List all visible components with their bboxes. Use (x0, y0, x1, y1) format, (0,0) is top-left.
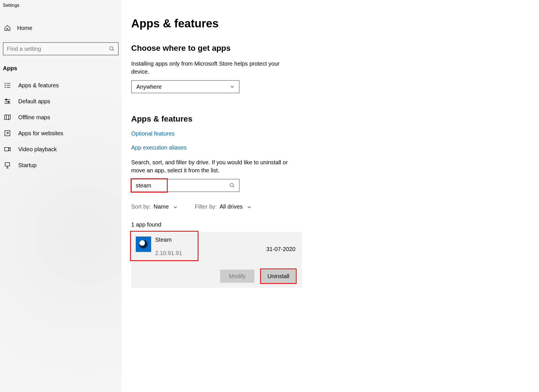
home-nav[interactable]: Home (0, 22, 121, 34)
sidebar-section: Apps (0, 55, 121, 77)
sort-by-dropdown[interactable]: Sort by: Name (131, 203, 178, 210)
app-list-item[interactable]: Steam 2.10.91.91 31-07-2020 Modify Unins… (131, 232, 302, 288)
optional-features-link[interactable]: Optional features (131, 130, 298, 137)
page-title: Apps & features (131, 17, 298, 30)
modify-label: Modify (229, 273, 246, 280)
choose-desc: Installing apps only from Microsoft Stor… (131, 60, 298, 76)
list-icon (4, 82, 11, 89)
app-name: Steam (155, 237, 266, 243)
sort-label: Sort by: (131, 203, 151, 210)
uninstall-label: Uninstall (268, 273, 289, 280)
svg-line-21 (233, 186, 234, 187)
sidebar-item-label: Apps for websites (18, 130, 63, 137)
app-install-date: 31-07-2020 (266, 246, 295, 252)
svg-rect-16 (5, 147, 9, 151)
chevron-down-icon (247, 205, 252, 209)
sidebar-item-video-playback[interactable]: Video playback (0, 141, 121, 157)
app-search-value: steam (136, 182, 229, 189)
sidebar-item-startup[interactable]: Startup (0, 157, 121, 173)
sidebar-item-default-apps[interactable]: Default apps (0, 93, 121, 109)
search-icon (229, 183, 235, 188)
filter-label: Filter by: (195, 203, 217, 210)
sort-value: Name (153, 203, 169, 210)
app-count: 1 app found (131, 221, 298, 228)
steam-icon (136, 237, 151, 252)
sidebar-item-label: Default apps (18, 98, 50, 105)
svg-point-4 (5, 85, 5, 86)
open-icon (4, 130, 11, 137)
svg-point-6 (5, 87, 5, 88)
sidebar-item-apps-websites[interactable]: Apps for websites (0, 125, 121, 141)
sidebar-search-input[interactable] (7, 46, 109, 52)
choose-heading: Choose where to get apps (131, 44, 298, 53)
startup-icon (4, 162, 11, 169)
sidebar-item-apps-features[interactable]: Apps & features (0, 77, 121, 93)
main-content: Apps & features Choose where to get apps… (121, 0, 307, 392)
svg-rect-17 (5, 163, 10, 166)
svg-point-20 (230, 183, 234, 187)
sliders-icon (4, 98, 11, 105)
af-desc: Search, sort, and filter by drive. If yo… (131, 158, 298, 174)
sidebar-item-offline-maps[interactable]: Offline maps (0, 109, 121, 125)
home-icon (4, 25, 11, 31)
af-heading: Apps & features (131, 114, 298, 124)
window-title: Settings (0, 1, 121, 8)
search-icon (109, 46, 115, 52)
uninstall-button[interactable]: Uninstall (261, 270, 295, 283)
filter-by-dropdown[interactable]: Filter by: All drives (195, 203, 252, 210)
sidebar-item-label: Apps & features (18, 82, 59, 89)
app-execution-aliases-link[interactable]: App execution aliases (131, 144, 298, 151)
sidebar-item-label: Offline maps (18, 114, 50, 121)
app-source-select[interactable]: Anywhere (131, 80, 240, 93)
filter-value: All drives (220, 203, 243, 210)
chevron-down-icon (173, 205, 178, 209)
svg-point-2 (5, 83, 5, 84)
sidebar-item-label: Startup (18, 162, 37, 169)
app-version: 2.10.91.91 (155, 250, 266, 256)
svg-point-0 (110, 47, 113, 50)
modify-button: Modify (220, 270, 254, 283)
sidebar-item-label: Video playback (18, 146, 57, 153)
svg-line-1 (113, 50, 114, 51)
app-search-box[interactable]: steam (131, 179, 240, 192)
sidebar: Settings Home Apps Apps & features Defau… (0, 0, 121, 392)
map-icon (4, 114, 11, 121)
app-source-value: Anywhere (136, 84, 162, 90)
sidebar-search[interactable] (3, 42, 119, 55)
video-icon (4, 146, 11, 153)
chevron-down-icon (230, 84, 234, 89)
home-label: Home (17, 25, 32, 31)
